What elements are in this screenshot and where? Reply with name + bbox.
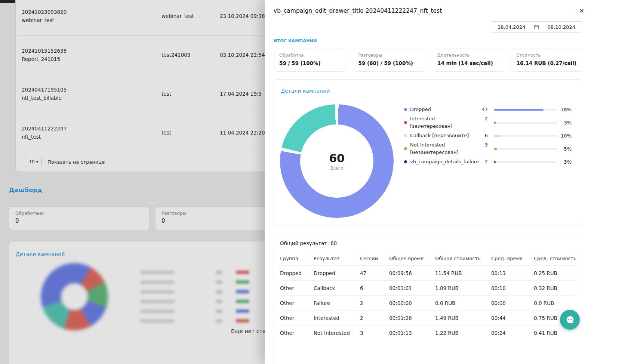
results-title: Общий результат: 60 (274, 235, 583, 251)
legend-text-group: Callback [перезвоните]6 (410, 132, 488, 139)
legend-progress-track (494, 122, 557, 124)
results-cell: 2 (360, 310, 389, 325)
summary-card-label: Длительность (437, 53, 499, 58)
section-label: ИТОГ КАМПАНИИ (274, 38, 317, 43)
legend-label: Callback [перезвоните] (410, 132, 469, 139)
results-column-header: Общая стоимость (435, 251, 491, 265)
results-cell: 11.54 RUB (435, 265, 491, 280)
legend-percent: 5% (557, 146, 572, 152)
legend-progress-track (494, 109, 557, 111)
close-icon[interactable]: ✕ (576, 5, 588, 17)
donut-legend: Dropped4778%Interested [заинтересован]23… (404, 106, 572, 166)
legend-value: 47 (479, 106, 488, 113)
legend-value: 2 (483, 158, 488, 166)
summary-card: Разговоры59 (60) / 59 (100%) (353, 49, 425, 72)
legend-value: 6 (483, 132, 488, 139)
results-cell: 00:44 (491, 310, 534, 325)
donut-total-value: 60 (329, 152, 345, 165)
legend-percent: 3% (557, 120, 572, 126)
legend-dot (404, 108, 407, 111)
results-column-header: Результат (314, 251, 360, 265)
legend-progress-track (494, 148, 557, 150)
legend-progress-track (494, 135, 557, 137)
results-cell: 2 (360, 295, 389, 310)
results-cell: Other (280, 295, 314, 310)
results-cell: 00:13 (491, 265, 534, 280)
chat-fab-button[interactable] (560, 310, 580, 330)
legend-percent: 78% (557, 107, 572, 112)
results-cell: 1.22 RUB (435, 325, 491, 340)
legend-progress-fill (494, 135, 500, 137)
results-cell: 1.49 RUB (435, 310, 491, 325)
legend-percent: 3% (557, 159, 572, 165)
legend-progress-fill (494, 122, 496, 124)
legend-label: vb_campaign_details_failure (410, 158, 474, 166)
date-to-input[interactable]: 08.10.2024 (548, 24, 575, 30)
chat-icon (565, 315, 575, 325)
results-cell: 6 (360, 280, 389, 295)
results-cell: 3 (360, 325, 389, 340)
results-cell: 00:01:13 (389, 325, 435, 340)
results-cell: 00:00 (491, 295, 534, 310)
results-column-header: Сред. время (491, 251, 534, 265)
summary-cards: Обработка59 / 59 (100%)Разговоры59 (60) … (274, 49, 583, 72)
campaign-edit-drawer: vb_campaign_edit_drawer_title 2024041122… (265, 0, 628, 364)
results-cell: Failure (314, 295, 360, 310)
legend-row[interactable]: vb_campaign_details_failure23% (404, 158, 572, 166)
summary-card-value: 59 (60) / 59 (100%) (358, 60, 420, 66)
summary-card: Длительность14 min (14 sec/call) (432, 49, 504, 72)
summary-card-label: Обработка (279, 53, 341, 58)
results-cell: 0.25 RUB (534, 265, 577, 280)
legend-progress-fill (494, 148, 497, 150)
legend-progress-fill (494, 161, 496, 163)
legend-value: 3 (483, 141, 488, 149)
results-column-header: Сред. стоимость (534, 251, 577, 265)
legend-percent: 10% (557, 133, 572, 139)
legend-row[interactable]: Interested [заинтересован]23% (404, 115, 572, 130)
summary-card-label: Разговоры (358, 53, 420, 58)
results-column-header: Сессии (360, 251, 389, 265)
results-cell: Interested (314, 310, 360, 325)
app: 20241023093820webinar_testwebinar_test23… (0, 0, 628, 364)
legend-text-group: Not Interested [незаинтересован]3 (410, 141, 488, 156)
results-cell: 00:01:28 (389, 310, 435, 325)
campaign-summary-section-header: ИТОГ КАМПАНИИ (274, 38, 583, 43)
legend-row[interactable]: Not Interested [незаинтересован]35% (404, 141, 572, 156)
results-card: Общий результат: 60 ГруппаРезультатСесси… (274, 235, 583, 364)
date-range-picker[interactable]: 18.04.2024 08.10.2024 (490, 21, 583, 33)
results-cell: 00:24 (491, 325, 534, 340)
results-cell: Not Interested (314, 325, 360, 340)
summary-card-label: Стоимость (517, 53, 578, 58)
legend-row[interactable]: Dropped4778% (404, 106, 572, 113)
legend-row[interactable]: Callback [перезвоните]610% (404, 132, 572, 139)
results-column-header: Общее время (389, 251, 435, 265)
results-cell: 47 (360, 265, 389, 280)
legend-dot (404, 134, 407, 137)
summary-card-value: 16.14 RUB (0.27/call) (517, 60, 578, 66)
campaign-details-card: Детали кампаний 60 Всего Dropped4778%Int… (274, 79, 583, 225)
legend-progress-track (494, 161, 557, 163)
results-grid: ГруппаРезультатСессииОбщее времяОбщая ст… (280, 251, 577, 340)
donut-center: 60 Всего (280, 104, 394, 218)
calendar-icon (534, 24, 539, 30)
summary-card: Стоимость16.14 RUB (0.27/call) (511, 49, 584, 72)
legend-value: 2 (483, 115, 488, 123)
results-cell: 0.0 RUB (435, 295, 491, 310)
results-cell: Other (280, 280, 314, 295)
results-cell: Callback (314, 280, 360, 295)
results-cell: 0.0 RUB (534, 295, 577, 310)
legend-label: Interested [заинтересован] (410, 115, 474, 130)
date-from-input[interactable]: 18.04.2024 (498, 24, 525, 30)
drawer-title: vb_campaign_edit_drawer_title 2024041122… (274, 7, 442, 14)
results-cell: 00:09:56 (389, 265, 435, 280)
results-cell: 0.32 RUB (534, 280, 577, 295)
donut-center-label: Всего (330, 166, 343, 171)
results-cell: 00:10 (491, 280, 534, 295)
summary-card-value: 59 / 59 (100%) (279, 60, 341, 66)
results-cell: Dropped (314, 265, 360, 280)
legend-dot (404, 160, 407, 163)
legend-dot (404, 147, 407, 150)
legend-text-group: vb_campaign_details_failure2 (410, 158, 488, 166)
legend-text-group: Dropped47 (410, 106, 488, 113)
summary-card-value: 14 min (14 sec/call) (437, 60, 499, 66)
